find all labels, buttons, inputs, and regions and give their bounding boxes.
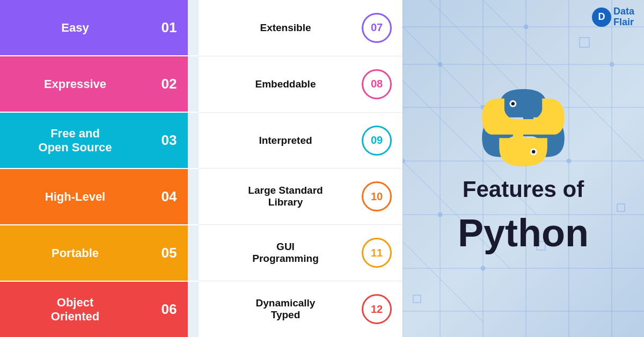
feature-row-portable: Portable 05 [0,224,199,281]
feature-row-objectoriented: Object Oriented 06 [0,281,199,337]
number-text-04: 04 [162,188,177,205]
left-features-section: Easy 01 Expressive 02 Free and Open Sour… [0,0,199,337]
feature-text-portable: Portable [52,246,99,260]
right-row-gui: GUI Programming 11 [199,225,402,281]
dataflair-data-label: Data [613,6,634,17]
number-text-06: 06 [162,301,177,318]
number-text-03: 03 [162,132,177,149]
feature-label-objectoriented: Object Oriented [0,282,150,337]
features-of-title: Features of [463,176,584,203]
right-row-dynamically: Dynamically Typed 12 [199,281,402,337]
number-text-05: 05 [162,245,177,261]
main-container: D Data Flair Easy 01 Expressive 02 Fr [0,0,644,337]
feature-row-easy: Easy 01 [0,0,199,55]
right-label-extensible: Extensible [209,22,362,34]
feature-row-expressive: Expressive 02 [0,55,199,112]
circle-08: 08 [362,69,392,99]
number-text-01: 01 [162,19,177,36]
circle-09: 09 [362,126,392,156]
feature-number-portable: 05 [150,225,188,281]
feature-label-opensource: Free and Open Source [0,113,150,168]
dataflair-icon: D [592,8,611,27]
svg-point-35 [532,150,535,153]
python-title: Python [458,214,589,252]
python-logo [480,85,566,171]
feature-text-objectoriented: Object Oriented [51,296,99,324]
dataflair-text: Data Flair [613,6,634,28]
svg-point-33 [511,102,515,105]
feature-text-expressive: Expressive [44,77,106,91]
number-text-12: 12 [371,303,383,316]
circle-12: 12 [362,294,392,324]
dataflair-flair-label: Flair [613,17,634,28]
feature-row-highlevel: High-Level 04 [0,168,199,224]
right-features-section: Extensible 07 Embeddable 08 Interpreted … [199,0,402,337]
number-text-07: 07 [371,21,383,34]
feature-text-easy: Easy [61,21,89,35]
feature-number-easy: 01 [150,0,188,55]
feature-row-opensource: Free and Open Source 03 [0,112,199,168]
feature-label-highlevel: High-Level [0,169,150,224]
number-text-09: 09 [371,134,383,146]
feature-number-opensource: 03 [150,113,188,168]
feature-number-expressive: 02 [150,56,188,112]
dataflair-logo: D Data Flair [592,6,634,28]
feature-text-opensource: Free and Open Source [39,127,112,155]
right-label-standardlib: Large Standard Library [209,185,362,208]
feature-number-highlevel: 04 [150,169,188,224]
circle-11: 11 [362,238,392,268]
right-label-gui: GUI Programming [209,241,362,265]
right-row-embeddable: Embeddable 08 [199,56,402,113]
circle-07: 07 [362,13,392,43]
right-row-extensible: Extensible 07 [199,0,402,56]
feature-text-highlevel: High-Level [45,190,105,204]
right-row-standardlib: Large Standard Library 10 [199,169,402,225]
number-text-02: 02 [162,76,177,92]
number-text-10: 10 [371,191,383,203]
number-text-11: 11 [371,247,383,259]
feature-label-portable: Portable [0,225,150,281]
right-label-dynamically: Dynamically Typed [209,297,362,321]
feature-label-easy: Easy [0,0,150,55]
circle-10: 10 [362,181,392,211]
feature-label-expressive: Expressive [0,56,150,112]
right-label-embeddable: Embeddable [209,78,362,90]
right-label-interpreted: Interpreted [209,135,362,146]
number-text-08: 08 [371,78,383,90]
right-row-interpreted: Interpreted 09 [199,113,402,169]
features-of-python-panel: Features of Python [402,0,644,337]
features-of-text: Features of [463,177,584,202]
feature-number-objectoriented: 06 [150,282,188,337]
